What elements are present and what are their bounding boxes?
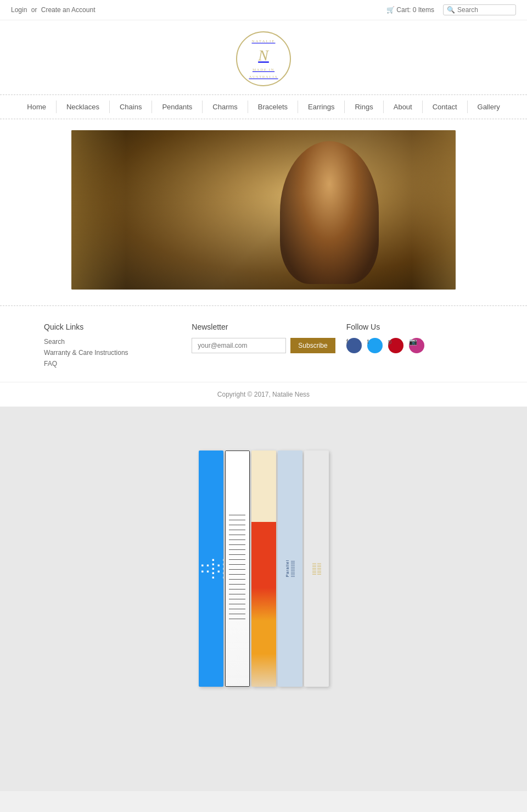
nav-charms[interactable]: Charms [203, 101, 248, 113]
create-account-link[interactable]: Create an Account [41, 6, 96, 14]
book-design-3 [251, 522, 276, 687]
logo-circle: NATALIE N MADE IN AUSTRALIA [236, 31, 291, 86]
book-content-5: |||||||||||||||| [304, 451, 329, 687]
instagram-icon[interactable]: 📷 [409, 338, 424, 353]
cart-icon: 🛒 [386, 6, 395, 14]
top-bar: Login or Create an Account 🛒 Cart: 0 Ite… [0, 0, 527, 20]
newsletter-title: Newsletter [192, 322, 335, 331]
nav-gallery[interactable]: Gallery [468, 101, 510, 113]
logo-inner: NATALIE N MADE IN AUSTRALIA [237, 37, 290, 80]
social-icons: f t p 📷 [346, 338, 483, 357]
separator [0, 301, 527, 306]
logo-tagline: MADE IN AUSTRALIA [249, 68, 278, 79]
logo-monogram: N [237, 45, 290, 66]
top-bar-right: 🛒 Cart: 0 Items 🔍 [386, 4, 516, 15]
book-item-3 [251, 451, 276, 687]
hero-overlay-right [412, 130, 456, 290]
logo-area: NATALIE N MADE IN AUSTRALIA [0, 20, 527, 94]
or-separator: or [31, 6, 37, 14]
nav-home[interactable]: Home [17, 101, 57, 113]
quick-links-section: Quick Links Search Warranty & Care Instr… [44, 322, 181, 371]
facebook-icon[interactable]: f [346, 338, 362, 353]
cart-link[interactable]: 🛒 Cart: 0 Items [386, 6, 434, 14]
hero-figure [280, 141, 379, 284]
nav-chains[interactable]: Chains [110, 101, 152, 113]
book-writing-4: Parallel||||||||||| [285, 560, 295, 577]
book-top-3 [254, 461, 273, 527]
login-link[interactable]: Login [11, 6, 27, 14]
book-content-2 [226, 451, 249, 686]
nav-about[interactable]: About [384, 101, 423, 113]
book-item-2 [225, 451, 250, 687]
book-item-5: |||||||||||||||| [304, 451, 329, 687]
quick-links-title: Quick Links [44, 322, 181, 331]
hero-section [0, 119, 527, 301]
book-writing-5: |||||||||||||||| [311, 563, 321, 575]
hero-overlay-left [71, 130, 126, 290]
footer-content: Quick Links Search Warranty & Care Instr… [0, 306, 527, 382]
book-scribble-2 [229, 514, 245, 624]
search-bar: 🔍 [443, 4, 516, 15]
search-input[interactable] [457, 6, 512, 14]
copyright-bar: Copyright © 2017, Natalie Ness [0, 382, 527, 407]
footer-link-faq[interactable]: FAQ [44, 360, 181, 368]
follow-title: Follow Us [346, 322, 483, 331]
subscribe-button[interactable]: Subscribe [290, 338, 335, 353]
hero-image [71, 130, 456, 290]
nav-contact[interactable]: Contact [423, 101, 468, 113]
nav-bracelets[interactable]: Bracelets [248, 101, 298, 113]
book-content-4: Parallel||||||||||| [278, 451, 302, 687]
pinterest-icon[interactable]: p [388, 338, 403, 353]
newsletter-form: Subscribe [192, 338, 335, 353]
books-display: ■■■■■■ ■■■■■■■ ■■ ■■■■■■■ ■■■■■■■ ■■ ■ P… [199, 451, 329, 687]
search-icon: 🔍 [447, 6, 455, 14]
top-bar-auth: Login or Create an Account [11, 6, 95, 14]
book-item-1: ■■■■■■ ■■■■■■■ ■■ ■■■■■■■ ■■■■■■■ ■■ ■ [199, 451, 223, 687]
logo-link[interactable]: NATALIE N MADE IN AUSTRALIA [236, 31, 291, 86]
bottom-gray-area: ■■■■■■ ■■■■■■■ ■■ ■■■■■■■ ■■■■■■■ ■■ ■ P… [0, 407, 527, 791]
book-item-4: Parallel||||||||||| [278, 451, 302, 687]
cart-label: Cart: 0 Items [396, 6, 434, 14]
book-text-1: ■■■■■■ ■■■■■■■ ■■ ■■■■■■■ ■■■■■■■ ■■ ■ [199, 558, 223, 580]
main-nav: Home Necklaces Chains Pendants Charms Br… [0, 94, 527, 119]
follow-section: Follow Us f t p 📷 [346, 322, 483, 371]
logo-brand-top: NATALIE [252, 39, 276, 43]
newsletter-section: Newsletter Subscribe [192, 322, 335, 371]
nav-rings[interactable]: Rings [345, 101, 383, 113]
twitter-icon[interactable]: t [367, 338, 383, 353]
nav-earrings[interactable]: Earrings [298, 101, 345, 113]
footer-link-warranty[interactable]: Warranty & Care Instructions [44, 349, 181, 357]
newsletter-email-input[interactable] [192, 338, 286, 353]
nav-pendants[interactable]: Pendants [152, 101, 203, 113]
copyright-text: Copyright © 2017, Natalie Ness [217, 391, 310, 398]
nav-necklaces[interactable]: Necklaces [57, 101, 110, 113]
footer-link-search[interactable]: Search [44, 338, 181, 346]
